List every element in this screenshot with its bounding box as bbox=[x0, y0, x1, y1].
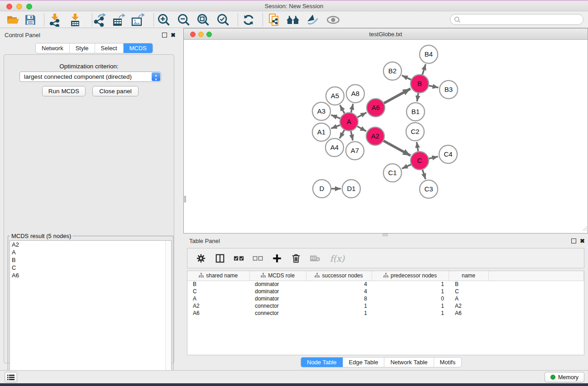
memory-button[interactable]: Memory bbox=[545, 372, 584, 382]
table-cell[interactable]: A bbox=[449, 295, 488, 302]
graph-node-A2[interactable]: A2 bbox=[366, 127, 384, 145]
table-cell[interactable]: connector bbox=[249, 302, 306, 310]
panel-collapse-handle[interactable] bbox=[183, 196, 186, 202]
column-header-name[interactable]: name bbox=[449, 271, 488, 281]
table-cell[interactable]: 4 bbox=[306, 288, 372, 295]
open-session-button[interactable] bbox=[5, 13, 21, 27]
table-cell[interactable]: B bbox=[449, 281, 488, 288]
mcds-result-item[interactable]: A2 bbox=[10, 241, 171, 248]
tab-motifs[interactable]: Motifs bbox=[434, 357, 462, 367]
column-header-mcds-role[interactable]: MCDS role bbox=[249, 271, 306, 281]
tab-style[interactable]: Style bbox=[70, 43, 95, 53]
mcds-result-item[interactable]: C bbox=[10, 264, 171, 272]
table-panel-float-button[interactable] bbox=[571, 238, 576, 243]
export-image-button[interactable] bbox=[130, 13, 145, 27]
import-table-button[interactable] bbox=[67, 13, 83, 27]
graph-node-B1[interactable]: B1 bbox=[406, 103, 425, 121]
table-row[interactable]: Adominator80A bbox=[187, 295, 584, 302]
table-cell[interactable]: dominator bbox=[249, 281, 306, 288]
table-row[interactable]: A6connector11A6 bbox=[187, 310, 584, 317]
column-header-shared-name[interactable]: shared name bbox=[187, 271, 249, 281]
table-cell[interactable]: A6 bbox=[449, 310, 488, 317]
function-builder-button[interactable]: f(x) bbox=[328, 252, 347, 265]
mcds-result-item[interactable]: B bbox=[10, 256, 171, 264]
table-columns-button[interactable] bbox=[214, 252, 226, 265]
table-cell[interactable]: 1 bbox=[372, 288, 449, 295]
tab-network[interactable]: Network bbox=[36, 43, 70, 53]
search-field[interactable] bbox=[450, 14, 583, 25]
graph-node-D[interactable]: D bbox=[313, 180, 331, 198]
search-input[interactable] bbox=[463, 16, 583, 23]
select-all-button[interactable] bbox=[233, 252, 245, 265]
export-table-button[interactable] bbox=[110, 13, 126, 27]
graph-node-A1[interactable]: A1 bbox=[312, 123, 330, 141]
table-cell[interactable]: 1 bbox=[306, 310, 372, 317]
export-network-button[interactable] bbox=[91, 13, 107, 27]
graph-node-A7[interactable]: A7 bbox=[346, 142, 364, 160]
table-settings-button[interactable] bbox=[195, 252, 207, 265]
table-cell[interactable]: A2 bbox=[449, 302, 488, 310]
table-panel-close-button[interactable]: ✖ bbox=[580, 238, 585, 243]
graph-node-A8[interactable]: A8 bbox=[346, 85, 364, 103]
table-row[interactable]: A2connector11A2 bbox=[187, 302, 584, 310]
table-cell[interactable]: A2 bbox=[187, 302, 249, 310]
zoom-fit-button[interactable] bbox=[196, 13, 211, 27]
control-panel-float-button[interactable] bbox=[162, 33, 167, 38]
delete-table-button[interactable] bbox=[309, 252, 321, 265]
graph-node-C3[interactable]: C3 bbox=[420, 180, 438, 198]
duplicate-network-button[interactable] bbox=[267, 13, 282, 27]
table-cell[interactable]: B bbox=[187, 281, 249, 288]
task-history-button[interactable] bbox=[5, 372, 17, 382]
graph-node-C[interactable]: C bbox=[411, 152, 429, 170]
resize-grip-icon[interactable] bbox=[582, 225, 588, 233]
graph-node-D1[interactable]: D1 bbox=[342, 180, 360, 198]
table-cell[interactable]: 4 bbox=[306, 281, 372, 288]
graph-node-A3[interactable]: A3 bbox=[312, 102, 330, 120]
tab-network-table[interactable]: Network Table bbox=[384, 357, 434, 367]
zoom-in-button[interactable] bbox=[156, 13, 172, 27]
mcds-result-scrollbar[interactable] bbox=[165, 241, 171, 386]
delete-row-button[interactable] bbox=[290, 252, 302, 265]
table-cell[interactable]: 8 bbox=[306, 295, 372, 302]
show-graphics-details-button[interactable] bbox=[305, 13, 320, 27]
table-cell[interactable]: A6 bbox=[187, 310, 249, 317]
refresh-button[interactable] bbox=[241, 13, 256, 27]
table-cell[interactable]: C bbox=[187, 288, 249, 295]
table-cell[interactable]: 0 bbox=[372, 295, 449, 302]
tab-select[interactable]: Select bbox=[95, 43, 124, 53]
deselect-all-button[interactable] bbox=[252, 252, 264, 265]
close-panel-button[interactable]: Close panel bbox=[92, 86, 139, 96]
zoom-out-button[interactable] bbox=[176, 13, 191, 27]
graph-node-A[interactable]: A bbox=[340, 113, 358, 131]
optimization-criterion-select[interactable]: largest connected component (directed) ▲… bbox=[19, 71, 161, 82]
control-panel-close-button[interactable]: ✖ bbox=[171, 33, 176, 38]
table-cell[interactable]: 1 bbox=[372, 281, 449, 288]
import-network-button[interactable] bbox=[47, 13, 62, 27]
table-cell[interactable]: 1 bbox=[372, 302, 449, 310]
tab-mcds[interactable]: MCDS bbox=[124, 43, 153, 53]
table-cell[interactable]: 1 bbox=[372, 310, 449, 317]
home-button[interactable] bbox=[285, 13, 301, 27]
graph-node-C4[interactable]: C4 bbox=[439, 145, 457, 163]
network-canvas[interactable]: B4B2BB3A8A5A6A3B1AC2A1A2A4A7C4CC1DD1C3 bbox=[184, 40, 588, 233]
graph-node-B4[interactable]: B4 bbox=[420, 45, 438, 63]
eye-button[interactable] bbox=[325, 13, 341, 27]
table-cell[interactable]: dominator bbox=[249, 288, 306, 295]
save-session-button[interactable] bbox=[23, 13, 38, 27]
graph-node-B[interactable]: B bbox=[411, 75, 429, 93]
column-header-successor-nodes[interactable]: successor nodes bbox=[306, 271, 372, 281]
table-row[interactable]: Bdominator41B bbox=[187, 281, 584, 288]
table-cell[interactable]: 1 bbox=[306, 302, 372, 310]
graph-node-B3[interactable]: B3 bbox=[440, 81, 458, 99]
add-row-button[interactable] bbox=[271, 252, 283, 265]
tab-edge-table[interactable]: Edge Table bbox=[343, 357, 385, 367]
graph-node-C1[interactable]: C1 bbox=[383, 164, 402, 182]
column-header-predecessor-nodes[interactable]: predecessor nodes bbox=[372, 271, 449, 281]
table-cell[interactable]: connector bbox=[249, 310, 306, 317]
table-cell[interactable]: dominator bbox=[249, 295, 306, 302]
graph-node-B2[interactable]: B2 bbox=[383, 62, 402, 80]
mcds-result-item[interactable]: A6 bbox=[10, 272, 171, 279]
table-cell[interactable]: C bbox=[449, 288, 488, 295]
run-mcds-button[interactable]: Run MCDS bbox=[42, 86, 86, 96]
graph-node-A5[interactable]: A5 bbox=[326, 87, 344, 105]
